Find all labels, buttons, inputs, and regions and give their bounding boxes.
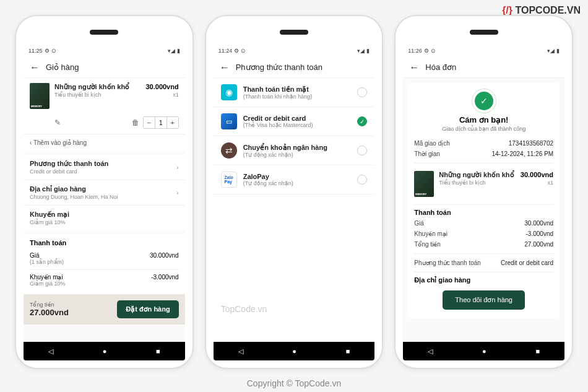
inline-watermark: TopCode.vn: [221, 304, 267, 314]
transaction-time: 14-12-2024, 11:26 PM: [492, 150, 554, 157]
cash-icon: ◉: [221, 84, 237, 100]
book-thumbnail: [30, 83, 50, 109]
phone-speaker: [470, 30, 498, 35]
thanks-subtitle: Giao dịch của bạn đã thành công: [414, 126, 553, 132]
page-title: Hóa đơn: [425, 63, 456, 72]
radio-unchecked[interactable]: [357, 175, 367, 185]
phone-receipt: 11:26⚙⊙ ▾◢▮ ← Hóa đơn ✓ Cám ơn bạn! Giao…: [394, 15, 573, 369]
promo-row[interactable]: Khuyến mại Giảm giá 10%: [24, 205, 185, 230]
item-title: Những người khốn khổ: [54, 83, 141, 91]
receipt-card: ✓ Cám ơn bạn! Giao dịch của bạn đã thành…: [408, 83, 560, 318]
track-order-button[interactable]: Theo dõi đơn hàng: [443, 290, 525, 310]
back-icon[interactable]: ←: [220, 62, 230, 73]
nav-home-icon[interactable]: ●: [292, 347, 296, 355]
radio-unchecked[interactable]: [357, 146, 367, 155]
payment-method-row[interactable]: Phương thức thanh toán Credit or debit c…: [24, 155, 185, 180]
app-bar: ← Phương thức thanh toán: [214, 57, 375, 78]
chevron-right-icon: ›: [176, 163, 179, 171]
settings-icon: ⚙: [45, 48, 50, 54]
success-check-icon: ✓: [475, 92, 493, 110]
cart-item: Những người khốn khổ Tiểu thuyết bi kịch…: [24, 78, 185, 114]
phone-cart: 11:25⚙⊙ ▾◢▮ ← Giỏ hàng Những người khốn …: [15, 15, 194, 369]
chevron-right-icon: ›: [176, 189, 179, 196]
qty-minus-button[interactable]: −: [144, 117, 155, 128]
payment-summary: Thanh toán Giá (1 sản phẩm) 30.000vnd Kh…: [24, 234, 185, 294]
page-title: Phương thức thanh toán: [236, 63, 322, 72]
nav-back-icon[interactable]: ◁: [238, 347, 243, 355]
book-thumbnail: [414, 171, 434, 197]
receipt-line-item: Những người khốn khổ Tiểu thuyết bi kịch…: [414, 167, 553, 201]
thanks-title: Cám ơn bạn!: [414, 115, 553, 124]
edit-icon[interactable]: ✎: [54, 118, 61, 127]
app-bar: ← Giỏ hàng: [24, 57, 185, 78]
back-icon[interactable]: ←: [409, 62, 419, 73]
pay-option-cash[interactable]: ◉ Thanh toán tiền mặt (Thanh toán khi nh…: [214, 78, 375, 107]
nav-recent-icon[interactable]: ■: [535, 347, 540, 355]
bank-icon: ⇄: [221, 142, 237, 159]
total-bar: Tổng tiền 27.000vnd Đặt đơn hàng: [24, 294, 185, 324]
wifi-icon: ▾◢: [168, 48, 175, 54]
item-subtitle: Tiểu thuyết bi kịch: [54, 92, 141, 98]
pay-option-bank[interactable]: ⇄ Chuyển khoản ngân hàng (Tự động xác nh…: [214, 136, 375, 165]
qty-value: 1: [155, 117, 167, 128]
radio-checked[interactable]: [357, 116, 367, 126]
app-bar: ← Hóa đơn: [403, 57, 564, 78]
pay-option-card[interactable]: ▭ Credit or debit card (Thẻ Visa hoặc Ma…: [214, 107, 375, 136]
android-nav-bar: ◁ ● ■: [214, 342, 375, 360]
status-bar: 11:26⚙⊙ ▾◢▮: [403, 45, 564, 57]
nav-recent-icon[interactable]: ■: [346, 347, 350, 355]
qty-plus-button[interactable]: +: [167, 117, 178, 128]
nav-back-icon[interactable]: ◁: [48, 347, 53, 355]
item-qty: x1: [145, 92, 178, 98]
page-title: Giỏ hàng: [46, 63, 79, 72]
android-nav-bar: ◁ ● ■: [403, 342, 564, 360]
copyright-text: Copyright © TopCode.vn: [247, 378, 341, 388]
place-order-button[interactable]: Đặt đơn hàng: [117, 300, 178, 318]
pay-option-zalo[interactable]: ZaloPay ZaloPay (Tự động xác nhận): [214, 165, 375, 194]
status-bar: 11:25⚙⊙ ▾◢▮: [24, 45, 185, 57]
phone-speaker: [280, 30, 308, 35]
android-nav-bar: ◁ ● ■: [24, 342, 185, 360]
location-icon: ⊙: [51, 48, 56, 54]
status-bar: 11:24⚙⊙ ▾◢▮: [214, 45, 375, 57]
nav-back-icon[interactable]: ◁: [428, 347, 433, 355]
address-row[interactable]: Địa chỉ giao hàng Chuong Duong, Hoan Kie…: [24, 180, 185, 205]
radio-unchecked[interactable]: [357, 87, 367, 97]
phone-speaker: [90, 30, 118, 35]
quantity-stepper: − 1 +: [143, 116, 179, 129]
nav-recent-icon[interactable]: ■: [156, 347, 160, 355]
trash-icon[interactable]: 🗑: [132, 118, 139, 127]
card-icon: ▭: [221, 113, 237, 129]
item-price: 30.000vnd: [145, 83, 178, 90]
battery-icon: ▮: [177, 48, 180, 54]
nav-home-icon[interactable]: ●: [103, 347, 107, 355]
zalopay-icon: ZaloPay: [221, 172, 237, 188]
add-more-link[interactable]: Thêm vào giỏ hàng: [24, 134, 185, 151]
nav-home-icon[interactable]: ●: [482, 347, 486, 355]
back-icon[interactable]: ←: [30, 62, 40, 73]
phone-payment-methods: 11:24⚙⊙ ▾◢▮ ← Phương thức thanh toán ◉ T…: [205, 15, 384, 369]
transaction-id: 1734193568702: [509, 140, 553, 147]
